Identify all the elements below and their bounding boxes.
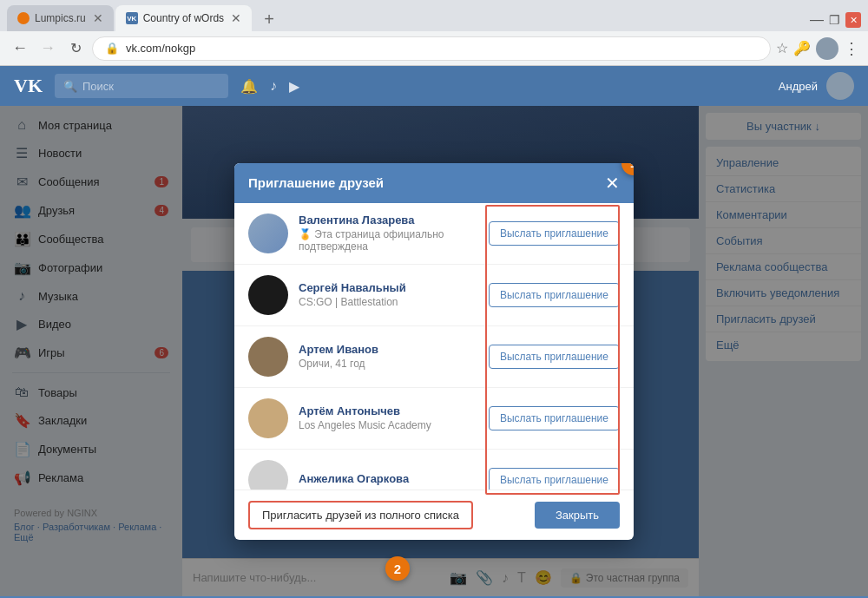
search-placeholder: Поиск (82, 80, 114, 93)
dialog-close-icon[interactable]: ✕ (605, 174, 620, 192)
key-icon[interactable]: 🔑 (793, 40, 811, 56)
back-button[interactable]: ← (9, 39, 31, 57)
friend-name-4: Артём Антонычев (299, 404, 478, 417)
dialog-footer: Пригласить друзей из полного списка Закр… (234, 490, 634, 540)
invite-button-3[interactable]: Выслать приглашение (489, 345, 620, 369)
friend-item-5: Анжелика Огаркова Выслать приглашение (234, 450, 634, 490)
friend-avatar-3 (248, 337, 288, 377)
invite-button-1[interactable]: Выслать приглашение (489, 221, 620, 246)
search-icon: 🔍 (63, 80, 77, 93)
annotation-2: 2 (385, 556, 410, 581)
vk-user-avatar[interactable] (826, 72, 854, 100)
friend-avatar-1 (248, 214, 288, 253)
vk-username: Андрей (779, 80, 818, 93)
play-icon[interactable]: ▶ (289, 78, 299, 95)
friend-avatar-2 (248, 275, 288, 315)
page-body: ⌂ Моя страница ☰ Новости ✉ Сообщения 1 👥… (0, 106, 868, 596)
tab-title-lumpics: Lumpics.ru (35, 12, 86, 24)
friend-avatar-5 (248, 460, 288, 490)
tab-close-vk[interactable]: ✕ (231, 11, 241, 25)
invite-button-2[interactable]: Выслать приглашение (489, 283, 620, 307)
reload-button[interactable]: ↻ (64, 40, 87, 56)
tab-favicon-vk: VK (126, 12, 138, 24)
dialog-body: Валентина Лазарева 🏅 Эта страница официа… (234, 203, 634, 490)
tab-lumpics[interactable]: Lumpics.ru ✕ (7, 5, 114, 31)
bell-icon[interactable]: 🔔 (240, 78, 258, 95)
browser-chrome: Lumpics.ru ✕ VK Country of wOrds ✕ + — ❐… (0, 0, 868, 66)
friend-info-2: Сергей Навальный CS:GO | Battlestation (299, 281, 478, 308)
friend-status-4: Los Angeles Music Academy (299, 419, 478, 431)
address-bar: ← → ↻ 🔒 vk.com/nokgp ☆ 🔑 ⋮ (0, 31, 868, 66)
lock-icon: 🔒 (105, 42, 119, 55)
dialog: Приглашение друзей ✕ Валентина Лазарева … (234, 163, 634, 540)
friend-avatar-4 (248, 398, 288, 438)
friend-name-2: Сергей Навальный (299, 281, 478, 294)
music-icon[interactable]: ♪ (270, 78, 277, 94)
window-controls: — ❐ ✕ (810, 12, 861, 31)
vk-search-box[interactable]: 🔍 Поиск (55, 74, 228, 98)
friend-item-3: Артем Иванов Оричи, 41 год Выслать пригл… (234, 326, 634, 388)
friend-info-1: Валентина Лазарева 🏅 Эта страница официа… (299, 214, 478, 253)
invite-button-5[interactable]: Выслать приглашение (489, 468, 620, 490)
friend-name-1: Валентина Лазарева (299, 214, 478, 227)
forward-button[interactable]: → (36, 39, 59, 57)
friend-info-4: Артём Антонычев Los Angeles Music Academ… (299, 404, 478, 431)
friend-item-4: Артём Антонычев Los Angeles Music Academ… (234, 388, 634, 450)
vk-page: VK 🔍 Поиск 🔔 ♪ ▶ Андрей ⌂ Моя страница ☰… (0, 66, 868, 596)
invite-all-button[interactable]: Пригласить друзей из полного списка (248, 501, 473, 529)
tab-close-lumpics[interactable]: ✕ (93, 11, 103, 25)
tab-country-words[interactable]: VK Country of wOrds ✕ (115, 5, 252, 31)
friend-status-2: CS:GO | Battlestation (299, 296, 478, 308)
bookmark-icon[interactable]: ☆ (776, 40, 788, 56)
restore-button[interactable]: ❐ (829, 13, 840, 27)
dialog-close-button[interactable]: Закрыть (535, 502, 620, 529)
vk-logo[interactable]: VK (14, 75, 43, 97)
dialog-title: Приглашение друзей (248, 175, 384, 190)
url-text: vk.com/nokgp (126, 42, 195, 55)
tab-favicon-lumpics (17, 12, 30, 24)
friend-name-5: Анжелика Огаркова (299, 472, 478, 485)
dialog-overlay: Приглашение друзей ✕ Валентина Лазарева … (0, 106, 868, 596)
friend-info-3: Артем Иванов Оричи, 41 год (299, 343, 478, 370)
header-right: Андрей (779, 72, 854, 100)
friend-info-5: Анжелика Огаркова (299, 472, 478, 487)
invite-button-4[interactable]: Выслать приглашение (489, 406, 620, 430)
friend-name-3: Артем Иванов (299, 343, 478, 356)
tab-title-vk: Country of wOrds (143, 12, 224, 24)
minimize-button[interactable]: — (810, 13, 824, 27)
vk-header: VK 🔍 Поиск 🔔 ♪ ▶ Андрей (0, 66, 868, 106)
url-box[interactable]: 🔒 vk.com/nokgp (92, 36, 771, 61)
friend-item-2: Сергей Навальный CS:GO | Battlestation В… (234, 265, 634, 326)
friend-status-1: 🏅 Эта страница официально подтверждена (299, 228, 478, 253)
tab-bar: Lumpics.ru ✕ VK Country of wOrds ✕ + — ❐… (0, 0, 868, 31)
friend-item-1: Валентина Лазарева 🏅 Эта страница официа… (234, 203, 634, 265)
friend-status-3: Оричи, 41 год (299, 358, 478, 370)
dialog-header: Приглашение друзей ✕ (234, 163, 634, 203)
menu-icon[interactable]: ⋮ (844, 39, 859, 58)
user-avatar-browser[interactable] (816, 37, 838, 60)
new-tab-button[interactable]: + (257, 7, 281, 31)
close-button[interactable]: ✕ (845, 12, 861, 28)
